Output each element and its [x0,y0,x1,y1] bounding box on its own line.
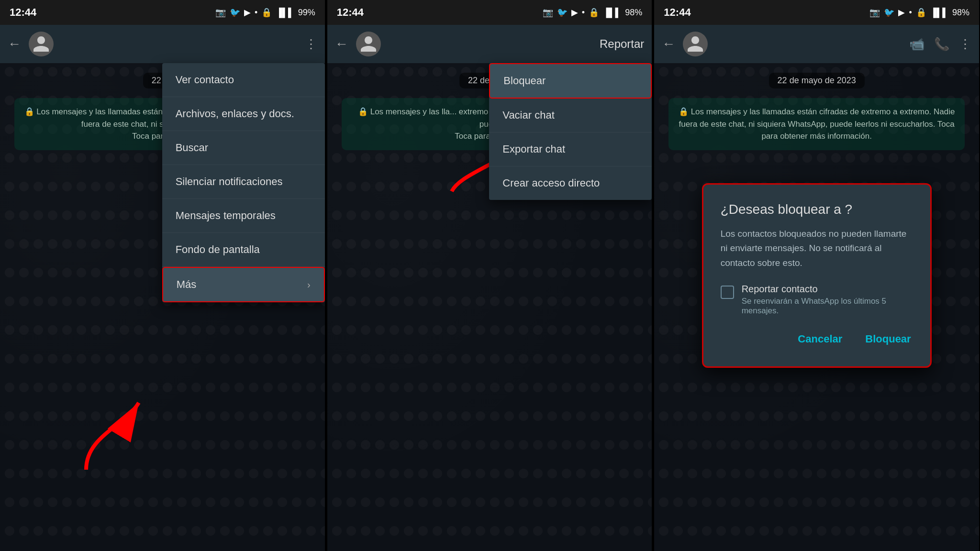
menu-item-silenciar[interactable]: Silenciar notificaciones [162,165,325,199]
menu-label-vaciar-chat: Vaciar chat [502,109,554,121]
menu-item-mas[interactable]: Más › [162,267,325,302]
back-button-1[interactable]: ← [8,36,21,52]
time-2: 12:44 [337,6,364,19]
person-icon-1 [32,34,51,54]
menu-label-exportar-chat: Exportar chat [502,143,565,155]
twitter-icon: 🐦 [230,7,240,18]
checkbox-sublabel: Se reenviarán a WhatsApp los últimos 5 m… [742,297,913,316]
menu-label-silenciar: Silenciar notificaciones [176,176,283,188]
menu-label-crear-acceso: Crear acceso directo [502,177,600,189]
dialog-body: Los contactos bloqueados no pueden llama… [721,227,913,270]
block-button[interactable]: Bloquear [863,329,913,349]
lock-icon: 🔒 [261,7,272,18]
menu-item-bloquear[interactable]: Bloquear [489,63,652,99]
panel-1: 12:44 📷 🐦 ▶ • 🔒 ▐▌▌ 99% ← ⋮ 22 de 🔒 Los … [0,0,326,551]
status-bar-1: 12:44 📷 🐦 ▶ • 🔒 ▐▌▌ 99% [0,0,325,25]
menu-label-bloquear: Bloquear [503,75,546,87]
battery-2: 98% [625,8,642,18]
dot-icon: • [255,8,257,18]
menu-label-mas: Más [177,278,197,291]
app-header-1: ← ⋮ [0,25,325,63]
signal-icon: ▐▌▌ [276,8,294,18]
dot-icon-2: • [582,8,585,18]
panel-3: 12:44 📷 🐦 ▶ • 🔒 ▐▌▌ 98% ← 📹 📞 ⋮ 22 de ma… [654,0,980,551]
avatar-1 [29,32,54,56]
menu-item-vaciar-chat[interactable]: Vaciar chat [489,99,652,132]
menu-label-ver-contacto: Ver contacto [176,74,234,86]
menu-label-mensajes-temporales: Mensajes temporales [176,209,276,222]
chevron-right-icon: › [307,279,311,290]
twitter-icon-2: 🐦 [557,7,568,18]
more-menu-icon-1[interactable]: ⋮ [305,37,317,52]
menu-item-exportar-chat[interactable]: Exportar chat [489,132,652,166]
dialog-title: ¿Deseas bloquear a ? [721,202,913,217]
dialog-actions: Cancelar Bloquear [721,329,913,349]
sub-menu-2: Bloquear Vaciar chat Exportar chat Crear… [489,63,652,200]
reportar-label: Reportar [600,37,644,51]
block-dialog: ¿Deseas bloquear a ? Los contactos bloqu… [702,183,932,368]
checkbox-row: Reportar contacto Se reenviarán a WhatsA… [721,284,913,316]
avatar-2 [356,32,381,56]
menu-label-archivos: Archivos, enlaces y docs. [176,108,294,120]
checkbox-text: Reportar contacto Se reenviarán a WhatsA… [742,284,913,316]
dialog-overlay: ¿Deseas bloquear a ? Los contactos bloqu… [654,0,979,551]
dialog-title-suffix: ? [845,202,853,217]
menu-label-fondo: Fondo de pantalla [176,243,260,256]
menu-item-crear-acceso[interactable]: Crear acceso directo [489,166,652,200]
battery-1: 99% [298,8,315,18]
panel-2: 12:44 📷 🐦 ▶ • 🔒 ▐▌▌ 98% ← Reportar 22 de… [327,0,653,551]
dialog-title-text: ¿Deseas bloquear a [721,202,841,217]
signal-icon-2: ▐▌▌ [603,8,621,18]
checkbox-label: Reportar contacto [742,284,913,295]
play-icon: ▶ [244,7,251,18]
person-icon-2 [359,34,378,54]
menu-item-mensajes-temporales[interactable]: Mensajes temporales [162,199,325,233]
menu-item-archivos[interactable]: Archivos, enlaces y docs. [162,97,325,131]
play-icon-2: ▶ [571,7,578,18]
menu-item-buscar[interactable]: Buscar [162,131,325,165]
report-checkbox[interactable] [721,286,734,299]
status-icons-2: 📷 🐦 ▶ • 🔒 ▐▌▌ 98% [543,7,643,18]
status-bar-2: 12:44 📷 🐦 ▶ • 🔒 ▐▌▌ 98% [327,0,652,25]
camera-icon-2: 📷 [543,7,553,18]
time-1: 12:44 [10,6,36,19]
app-header-2: ← Reportar [327,25,652,63]
header-right-1: ⋮ [305,37,317,52]
menu-label-buscar: Buscar [176,142,208,154]
menu-item-ver-contacto[interactable]: Ver contacto [162,63,325,97]
menu-item-fondo[interactable]: Fondo de pantalla [162,233,325,267]
camera-icon: 📷 [215,7,226,18]
lock-icon-2: 🔒 [589,7,599,18]
back-button-2[interactable]: ← [335,36,348,52]
dropdown-menu-1: Ver contacto Archivos, enlaces y docs. B… [162,63,325,302]
cancel-button[interactable]: Cancelar [796,329,844,349]
status-icons-1: 📷 🐦 ▶ • 🔒 ▐▌▌ 99% [215,7,315,18]
